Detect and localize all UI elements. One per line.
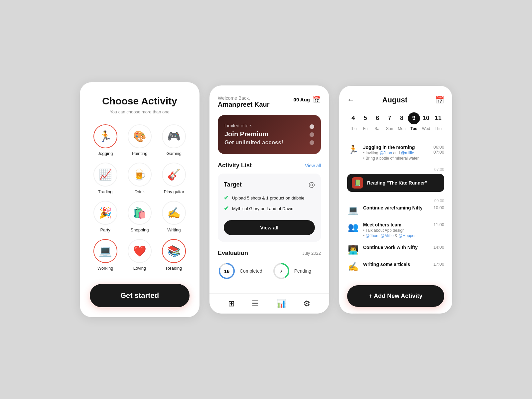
activity-item-working[interactable]: 💻Working	[90, 239, 121, 271]
schedule-item-2: 💻 Continue wireframing Nifty 10:00	[347, 205, 444, 215]
cal-day-num-6: 6	[371, 112, 383, 124]
schedule-sub: • @Jhon, @Millie & @Hopper	[363, 233, 429, 238]
completed-count: 16	[224, 268, 230, 274]
activity-item-shopping[interactable]: 🛍️Shopping	[124, 201, 155, 232]
schedule-time2-0: 07:00	[433, 150, 444, 155]
schedule-times-4: 14:00	[433, 245, 444, 250]
date-text: 09 Aug	[294, 97, 310, 102]
target-card: Target ◎ ✔Upload 5 shots & 1 product on …	[218, 174, 321, 242]
activity-icon-gaming: 🎮	[162, 124, 186, 148]
cal-day-9[interactable]: 9 Tue	[408, 112, 420, 131]
schedule-content-4: Continue work with Nifty	[363, 245, 429, 250]
evaluation-header: Evaluation July 2022	[218, 250, 321, 257]
nav-grid-icon[interactable]: ⊞	[228, 299, 235, 308]
target-item: ✔Upload 5 shots & 1 product on dribble	[224, 194, 315, 201]
mention: @Jhon	[379, 151, 392, 155]
schedule-title-4: Continue work with Nifty	[363, 245, 429, 250]
schedule-title-2: Continue wireframing Nifty	[363, 205, 429, 210]
activity-item-party[interactable]: 🎉Party	[90, 201, 121, 232]
target-header: Target ◎	[224, 180, 315, 189]
user-name: Amanpreet Kaur	[218, 101, 270, 108]
cal-day-8[interactable]: 8 Mon	[396, 112, 408, 131]
calendar-icon[interactable]: 📅	[313, 95, 321, 103]
calendar-header: ← August 📅	[347, 96, 444, 104]
banner-dots	[310, 124, 314, 145]
activity-label-writing: Writing	[167, 227, 181, 232]
activity-label-party: Party	[100, 227, 110, 232]
calendar-view-icon[interactable]: 📅	[435, 96, 444, 104]
pending-item: 7 Pending	[272, 262, 311, 280]
completed-circle: 16	[218, 262, 236, 280]
activity-icon-party: 🎉	[93, 201, 117, 225]
activity-label-trading: Trading	[98, 189, 113, 194]
activity-label-loving: Loving	[133, 266, 146, 271]
schedule-title-0: Jogging in the morning	[363, 145, 429, 150]
view-all-link[interactable]: View all	[305, 163, 321, 168]
nav-chart-icon[interactable]: 📊	[276, 299, 286, 308]
date-block: 09 Aug 📅	[294, 95, 321, 103]
schedule-content-3: Meet others team • Talk about App design…	[363, 222, 429, 238]
premium-banner[interactable]: Limited offers Join Premium Get unlimite…	[218, 115, 321, 154]
activity-label-jogging: Jogging	[98, 151, 113, 156]
screens-container: Choose Activity You can choose more than…	[80, 82, 452, 317]
cal-day-name-6: Sat	[374, 126, 380, 131]
cal-day-4[interactable]: 4 Thu	[347, 112, 359, 131]
banner-line1: Limited offers	[224, 123, 314, 128]
cal-day-5[interactable]: 5 Fri	[359, 112, 372, 131]
screen1-title: Choose Activity	[90, 95, 190, 107]
activity-label-shopping: Shopping	[131, 227, 149, 232]
cal-day-name-7: Sun	[386, 126, 393, 131]
schedule-icon-5: ✍️	[347, 262, 359, 272]
activity-icon-loving: ❤️	[128, 239, 152, 263]
activity-item-trading[interactable]: 📈Trading	[90, 163, 121, 194]
screen3-calendar: ← August 📅 4 Thu 5 Fri 6 Sat 7 Sun 8 Mon…	[339, 86, 452, 314]
cal-day-10[interactable]: 10 Wed	[420, 112, 432, 131]
schedule-title-5: Writing some articals	[363, 262, 429, 267]
pending-circle: 7	[272, 262, 290, 280]
activity-item-painting[interactable]: 🎨Painting	[124, 124, 155, 156]
activity-icon-drink: 🍺	[128, 163, 152, 187]
activity-item-gaming[interactable]: 🎮Gaming	[159, 124, 190, 156]
screen1-subtitle: You can choose more than one	[90, 109, 190, 114]
view-all-button[interactable]: View all	[224, 220, 315, 235]
cal-day-11[interactable]: 11 Thu	[432, 112, 445, 131]
evaluation-row: 16 Completed 7 Pending	[218, 262, 321, 280]
mention: @Hopper	[399, 233, 416, 238]
calendar-days-row: 4 Thu 5 Fri 6 Sat 7 Sun 8 Mon 9 Tue 10 W…	[347, 112, 444, 131]
reading-title: Reading "The Kite Runner"	[367, 180, 440, 186]
activity-icon-working: 💻	[93, 239, 117, 263]
schedule-content-2: Continue wireframing Nifty	[363, 205, 429, 210]
activity-item-play-guitar[interactable]: 🎸Play guitar	[159, 163, 190, 194]
schedule-sub: • Talk about App design	[363, 228, 429, 233]
activity-label-gaming: Gaming	[167, 151, 182, 156]
cal-day-7[interactable]: 7 Sun	[384, 112, 396, 131]
cal-day-6[interactable]: 6 Sat	[371, 112, 384, 131]
activity-item-drink[interactable]: 🍺Drink	[124, 163, 155, 194]
cal-day-num-10: 10	[420, 112, 432, 124]
target-title: Target	[224, 181, 242, 188]
target-item: ✔Mythical Glory on Land of Dawn	[224, 205, 315, 212]
reading-icon: 📗	[352, 177, 363, 189]
activity-item-reading[interactable]: 📚Reading	[159, 239, 190, 271]
nav-settings-icon[interactable]: ⚙	[303, 299, 311, 308]
activity-item-jogging[interactable]: 🏃Jogging	[90, 124, 121, 156]
schedule-icon-2: 💻	[347, 205, 359, 215]
activity-icon-writing: ✍️	[162, 201, 186, 225]
cal-day-num-5: 5	[359, 112, 371, 124]
schedule-content-0: Jogging in the morning • Inviting @Jhon …	[363, 145, 429, 161]
add-activity-button[interactable]: + Add New Activity	[347, 285, 444, 307]
calendar-divider	[347, 138, 444, 138]
activity-icon-trading: 📈	[93, 163, 117, 187]
schedule-time-5: 17:00	[433, 262, 444, 267]
activity-item-writing[interactable]: ✍️Writing	[159, 201, 190, 232]
activity-item-loving[interactable]: ❤️Loving	[124, 239, 155, 271]
schedule-times-3: 11:00	[433, 222, 444, 227]
schedule-time-0: 06:00	[433, 145, 444, 150]
cal-day-num-9: 9	[408, 112, 420, 124]
nav-list-icon[interactable]: ☰	[252, 299, 259, 308]
get-started-button[interactable]: Get started	[90, 284, 190, 307]
back-icon[interactable]: ←	[347, 96, 354, 104]
mention: @millie	[401, 151, 414, 155]
time-label-before-reading: 07:30	[347, 167, 444, 172]
check-icon: ✔	[224, 194, 229, 201]
